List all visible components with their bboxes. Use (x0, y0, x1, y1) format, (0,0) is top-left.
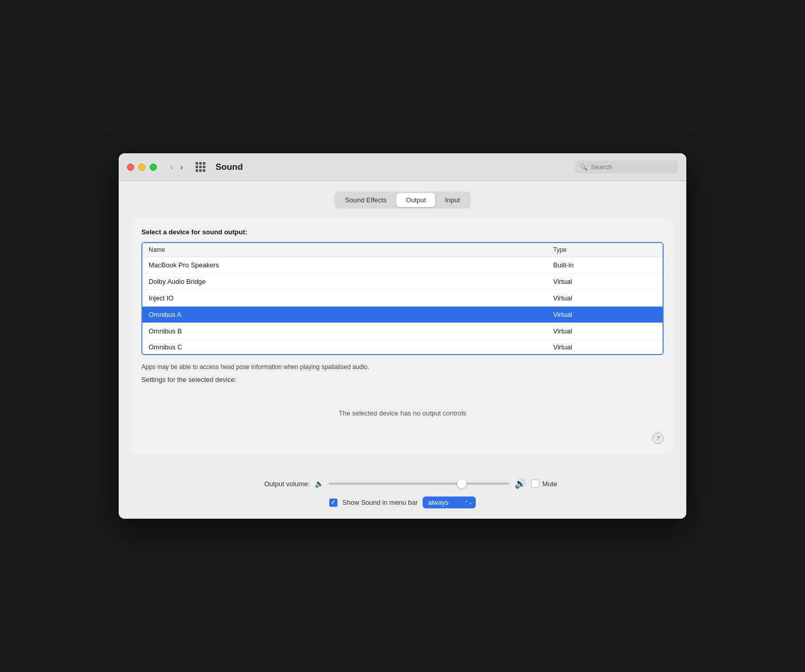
show-sound-checkbox[interactable] (329, 499, 337, 507)
titlebar: ‹ › Sound 🔍 (119, 153, 686, 181)
back-button[interactable]: ‹ (168, 162, 175, 173)
device-name: Omnibus B (149, 327, 553, 335)
search-box: 🔍 (575, 161, 678, 173)
output-panel: Select a device for sound output: Name T… (131, 218, 674, 454)
col-header-name: Name (149, 246, 553, 253)
maximize-button[interactable] (150, 164, 157, 171)
volume-low-icon: 🔈 (315, 479, 324, 488)
grid-icon[interactable] (196, 162, 205, 172)
settings-label: Settings for the selected device: (141, 376, 664, 383)
show-sound-dropdown[interactable]: always when active never (423, 497, 476, 508)
show-sound-label: Show Sound in menu bar (343, 499, 418, 506)
info-text: Apps may be able to access head pose inf… (141, 362, 664, 372)
show-sound-row: Show Sound in menu bar always when activ… (131, 497, 674, 508)
device-name: Omnibus C (149, 343, 553, 351)
forward-button[interactable]: › (178, 162, 185, 173)
close-button[interactable] (127, 164, 134, 171)
table-row[interactable]: MacBook Pro Speakers Built-in (142, 257, 663, 274)
tabs-container: Sound Effects Output Input (131, 191, 674, 209)
traffic-lights (127, 164, 157, 171)
table-row[interactable]: Omnibus C Virtual (142, 340, 663, 354)
device-type: Virtual (553, 278, 656, 285)
section-title: Select a device for sound output: (141, 228, 664, 236)
table-header: Name Type (142, 243, 663, 257)
device-type: Virtual (553, 311, 656, 318)
mute-checkbox[interactable] (531, 479, 539, 488)
volume-slider-container (329, 478, 509, 489)
table-row[interactable]: Inject IO Virtual (142, 290, 663, 307)
tabs: Sound Effects Output Input (334, 191, 471, 209)
tab-sound-effects[interactable]: Sound Effects (336, 193, 396, 207)
help-button[interactable]: ? (652, 433, 664, 444)
window-title: Sound (216, 162, 569, 172)
content-area: Sound Effects Output Input Select a devi… (119, 181, 686, 470)
main-window: ‹ › Sound 🔍 Sound Effects Output Input S… (119, 153, 686, 519)
device-name: Omnibus A (149, 311, 553, 318)
nav-buttons: ‹ › (168, 162, 185, 173)
device-name: MacBook Pro Speakers (149, 261, 553, 269)
device-type: Built-in (553, 261, 656, 269)
dropdown-wrapper: always when active never (423, 497, 476, 508)
device-type: Virtual (553, 327, 656, 335)
mute-label: Mute (542, 480, 557, 488)
table-row-selected[interactable]: Omnibus A Virtual (142, 307, 663, 323)
volume-row: Output volume: 🔈 🔊 Mute (131, 478, 674, 489)
search-icon: 🔍 (580, 164, 588, 171)
volume-high-icon: 🔊 (514, 478, 526, 489)
volume-label: Output volume: (248, 480, 310, 488)
device-type: Virtual (553, 294, 656, 302)
device-name: Inject IO (149, 294, 553, 302)
device-type: Virtual (553, 343, 656, 351)
mute-group: Mute (531, 479, 557, 488)
tab-output[interactable]: Output (396, 193, 435, 207)
volume-slider[interactable] (329, 483, 509, 485)
bottom-controls: Output volume: 🔈 🔊 Mute Show Sound in me… (119, 470, 686, 519)
col-header-type: Type (553, 246, 656, 253)
help-btn-container: ? (141, 433, 664, 444)
tab-input[interactable]: Input (436, 193, 469, 207)
no-controls-text: The selected device has no output contro… (141, 394, 664, 427)
device-table: Name Type MacBook Pro Speakers Built-in … (141, 242, 664, 355)
table-row[interactable]: Dolby Audio Bridge Virtual (142, 274, 663, 290)
search-input[interactable] (591, 163, 673, 171)
minimize-button[interactable] (138, 164, 146, 171)
device-name: Dolby Audio Bridge (149, 278, 553, 285)
table-row[interactable]: Omnibus B Virtual (142, 323, 663, 340)
